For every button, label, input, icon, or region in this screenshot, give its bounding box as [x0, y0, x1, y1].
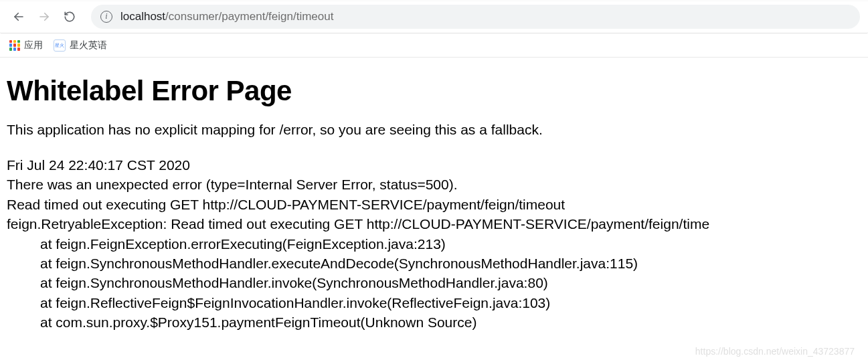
reload-button[interactable]	[59, 6, 80, 27]
apps-label: 应用	[24, 39, 43, 52]
url-path: /consumer/payment/feign/timeout	[165, 10, 333, 23]
error-timestamp: Fri Jul 24 22:40:17 CST 2020	[7, 155, 861, 175]
back-button[interactable]	[8, 6, 29, 27]
stack-trace-line: at feign.FeignException.errorExecuting(F…	[7, 234, 861, 254]
bookmark-spark-english[interactable]: 星火 星火英语	[54, 39, 107, 52]
url-text: localhost/consumer/payment/feign/timeout	[120, 10, 333, 23]
spark-favicon-icon: 星火	[54, 39, 66, 52]
browser-toolbar: i localhost/consumer/payment/feign/timeo…	[0, 0, 868, 33]
error-exception: feign.RetryableException: Read timed out…	[7, 214, 861, 234]
stack-trace-line: at com.sun.proxy.$Proxy151.paymentFeignT…	[7, 312, 861, 332]
bookmarks-bar: 应用 星火 星火英语	[0, 33, 868, 58]
apps-shortcut[interactable]: 应用	[9, 39, 43, 52]
address-bar[interactable]: i localhost/consumer/payment/feign/timeo…	[91, 5, 860, 29]
site-info-icon[interactable]: i	[100, 11, 112, 23]
error-details: Fri Jul 24 22:40:17 CST 2020 There was a…	[7, 155, 861, 333]
error-message: Read timed out executing GET http://CLOU…	[7, 195, 861, 214]
arrow-left-icon	[13, 11, 25, 23]
forward-button[interactable]	[33, 6, 55, 27]
stack-trace-line: at feign.SynchronousMethodHandler.invoke…	[7, 273, 861, 292]
error-subtitle: This application has no explicit mapping…	[7, 122, 861, 138]
stack-trace-line: at feign.ReflectiveFeign$FeignInvocation…	[7, 293, 861, 312]
page-title: Whitelabel Error Page	[7, 75, 861, 107]
error-summary: There was an unexpected error (type=Inte…	[7, 175, 861, 194]
arrow-right-icon	[38, 11, 50, 23]
page-content: Whitelabel Error Page This application h…	[0, 58, 868, 341]
bookmark-label: 星火英语	[70, 39, 107, 52]
apps-grid-icon	[9, 40, 20, 51]
url-host: localhost	[120, 10, 165, 23]
reload-icon	[64, 11, 76, 23]
stack-trace-line: at feign.SynchronousMethodHandler.execut…	[7, 254, 861, 273]
